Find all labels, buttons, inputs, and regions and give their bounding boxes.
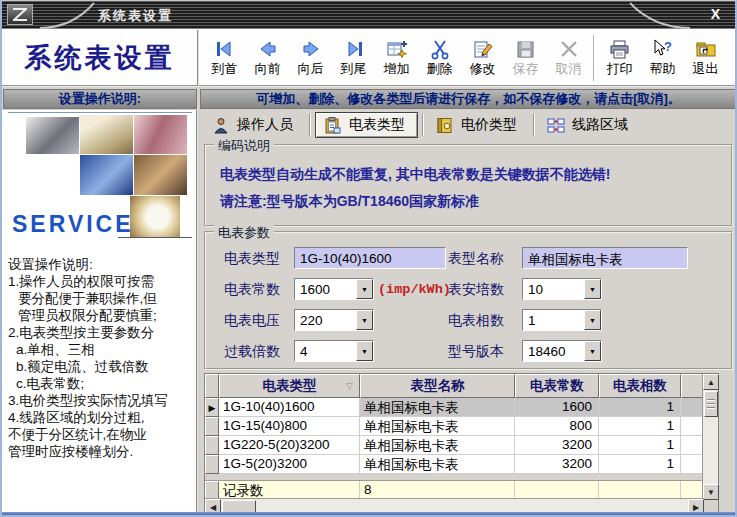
horizontal-scrollbar[interactable]: ◀ ▶ [205,498,704,514]
toolbar-button-add[interactable]: 增加 [375,32,418,84]
scroll-thumb[interactable] [704,391,718,417]
tab-price-type[interactable]: 电价类型 [428,112,529,138]
grid-cell: 3200 [515,455,599,474]
ampere-combo[interactable]: 10 ▼ [522,278,602,300]
combo-value: 18460 [523,341,584,361]
help-cursor-icon: ? [651,36,675,62]
scroll-up-button[interactable]: ▲ [703,374,719,390]
field-label: 电表电压 [224,312,280,330]
photo-keyboard [80,155,133,195]
chevron-down-icon[interactable]: ▼ [584,279,601,299]
tab-label: 操作人员 [237,116,293,134]
meter-constant-combo[interactable]: 1600 ▼ [294,278,374,300]
table-row[interactable]: 1G-15(40)800 单相国标电卡表 800 1 [205,417,718,436]
grid-header-cell[interactable]: 电表相数 [599,374,681,398]
main-panel: 操作人员 电表类型 电价类型 线路区域 [200,110,737,515]
sort-indicator-icon: ▽ [346,381,353,391]
service-text: SERVICE [12,211,134,238]
scroll-thumb[interactable] [222,500,256,514]
toolbar-separator [593,35,595,81]
voltage-combo[interactable]: 220 ▼ [294,309,374,331]
constant-unit-label: (imp/kWh) [378,282,451,297]
scroll-right-button[interactable]: ▶ [688,499,704,515]
toolbar-button-cancel[interactable]: 取消 [547,32,590,84]
grid-header-cell[interactable]: 电表类型 ▽ [219,374,360,398]
service-underline [118,237,192,238]
instructions-text: 设置操作说明: 1.操作人员的权限可按需 要分配便于兼职操作,但 管理员权限分配… [8,256,198,460]
grid-cell [681,398,704,417]
combo-value: 1 [523,310,584,330]
svg-text:?: ? [664,39,672,54]
grid-cell: 1G220-5(20)3200 [219,436,360,455]
tab-operators[interactable]: 操作人员 [204,112,305,138]
field-label: 电表相数 [448,312,504,330]
chevron-down-icon[interactable]: ▼ [584,310,601,330]
toolbar-button-first[interactable]: 到首 [203,32,246,84]
toolbar-button-exit[interactable]: 退出 [684,32,727,84]
toolbar-button-help[interactable]: ? 帮助 [641,32,684,84]
page-title: 系统表设置 [2,30,199,86]
table-row[interactable]: ▶ 1G-10(40)1600 单相国标电卡表 1600 1 [205,398,718,417]
field-label: 电表常数 [224,281,280,299]
first-record-icon [213,36,237,62]
sidebar-header: 设置操作说明: [3,89,197,109]
tab-divider [309,114,311,136]
title-bar: 系统表设置 X [2,1,735,29]
toolbar-button-save[interactable]: 保存 [504,32,547,84]
tab-meter-type[interactable]: 电表类型 [315,112,418,138]
toolbar-button-modify[interactable]: 修改 [461,32,504,84]
grid-cell: 1G-10(40)1600 [219,398,360,417]
region-icon [547,117,565,134]
delete-scissors-icon [428,36,452,62]
instruction-line: 2.电表类型按主要参数分 [8,324,198,341]
grid-header-cell[interactable]: 电表常数 [515,374,599,398]
chevron-down-icon[interactable]: ▼ [356,279,373,299]
book-icon [436,117,454,134]
chevron-down-icon[interactable]: ▼ [356,310,373,330]
meter-name-field[interactable]: 单相国标电卡表 [522,247,688,269]
window-title: 系统表设置 [98,7,173,25]
phase-combo[interactable]: 1 ▼ [522,309,602,331]
toolbar-button-delete[interactable]: 删除 [418,32,461,84]
main-toolbar: 系统表设置 到首 向前 向后 [2,29,735,87]
instruction-line: 3.电价类型按实际情况填写 [8,392,198,409]
table-row[interactable]: 1G-5(20)3200 单相国标电卡表 3200 1 [205,455,718,474]
coding-notes-box: 编码说明 电表类型自动生成不能重复, 其中电表常数是关键数据不能选错! 请注意:… [204,144,733,227]
tab-line-region[interactable]: 线路区域 [539,112,640,138]
grid-indicator-header [205,374,219,398]
instruction-line: 管理员权限分配要慎重; [8,307,198,324]
chevron-down-icon[interactable]: ▼ [356,341,373,361]
grid-cell: 1600 [515,398,599,417]
field-label: 表型名称 [448,250,504,268]
sidebar: SERVICE 设置操作说明: 1.操作人员的权限可按需 要分配便于兼职操作,但… [2,110,198,515]
model-version-combo[interactable]: 18460 ▼ [522,340,602,362]
toolbar-button-prev[interactable]: 向前 [246,32,289,84]
scroll-down-button[interactable]: ▼ [703,484,719,500]
table-row[interactable]: 1G220-5(20)3200 单相国标电卡表 3200 1 [205,436,718,455]
scroll-left-button[interactable]: ◀ [205,499,221,515]
app-logo-icon [7,4,33,25]
toolbar-button-print[interactable]: 打印 [598,32,641,84]
modify-edit-icon [471,36,495,62]
row-indicator [205,455,219,474]
coding-note-line1: 电表类型自动生成不能重复, 其中电表常数是关键数据不能选错! [220,166,610,184]
meter-type-field[interactable]: 1G-10(40)1600 [294,247,446,269]
toolbar-button-last[interactable]: 到尾 [332,32,375,84]
coding-note-line2: 请注意:型号版本为GB/T18460国家新标准 [220,193,479,211]
last-record-icon [342,36,366,62]
instruction-line: 管理时应按楼幢划分. [8,443,198,460]
grid-cell: 单相国标电卡表 [360,455,515,474]
content-area: SERVICE 设置操作说明: 1.操作人员的权限可按需 要分配便于兼职操作,但… [2,110,737,515]
grid-header-filler [681,374,704,398]
grid-cell: 1G-15(40)800 [219,417,360,436]
vertical-scrollbar[interactable]: ▲ ▼ [702,374,718,500]
tab-label: 电表类型 [349,116,405,134]
grid-header-cell[interactable]: 表型名称 [360,374,515,398]
photo-pen [80,115,133,154]
overload-combo[interactable]: 4 ▼ [294,340,374,362]
close-button[interactable]: X [708,6,723,22]
toolbar-button-next[interactable]: 向后 [289,32,332,84]
meter-grid: 电表类型 ▽ 表型名称 电表常数 电表相数 ▶ 1G-10(40)1600 单相… [204,373,719,515]
meter-params-box: 电表参数 电表类型 1G-10(40)1600 表型名称 单相国标电卡表 电表常… [204,231,733,370]
chevron-down-icon[interactable]: ▼ [584,341,601,361]
